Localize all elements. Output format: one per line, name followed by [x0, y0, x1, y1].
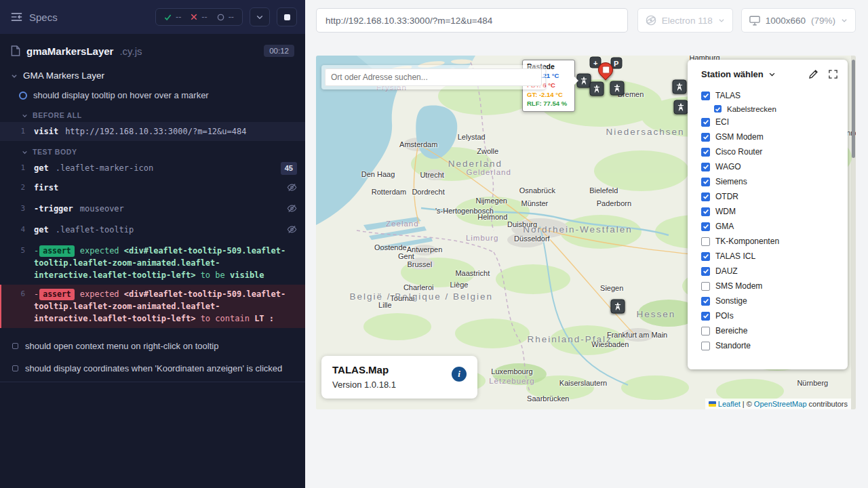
- station-filter-label: TK-Komponenten: [715, 237, 779, 246]
- checkbox-checked[interactable]: [701, 252, 710, 261]
- leaflet-map[interactable]: GroningenFryslânBremenHamburgNiedersachs…: [316, 56, 856, 409]
- command-row[interactable]: 2first: [0, 178, 305, 199]
- checkbox-checked[interactable]: [701, 297, 710, 306]
- checkbox-unchecked[interactable]: [701, 342, 710, 350]
- command-method: get: [34, 163, 49, 173]
- station-filter-item[interactable]: DAUZ: [701, 264, 841, 279]
- specs-menu-icon[interactable]: [11, 12, 22, 22]
- test-body-section[interactable]: TEST BODY: [0, 141, 305, 159]
- command-row[interactable]: 5-assertexpected <div#leaflet-tooltip-50…: [0, 241, 305, 285]
- station-filter-item[interactable]: TK-Komponenten: [701, 234, 841, 249]
- panel-toolbar: [808, 68, 838, 79]
- station-filter-item[interactable]: TALAS: [701, 88, 841, 103]
- checkbox-checked[interactable]: [701, 312, 710, 321]
- checkbox-unchecked[interactable]: [701, 282, 710, 291]
- checkbox-checked[interactable]: [701, 267, 710, 276]
- station-filter-item[interactable]: Kabelstrecken: [714, 103, 841, 115]
- checkbox-checked[interactable]: [701, 118, 710, 127]
- station-marker-icon[interactable]: [589, 82, 604, 96]
- station-filter-item[interactable]: WDM: [701, 204, 841, 219]
- checkbox-checked[interactable]: [701, 92, 710, 100]
- command-row[interactable]: 6-assertexpected <div#leaflet-tooltip-50…: [0, 285, 305, 328]
- station-filter-item[interactable]: OTDR: [701, 189, 841, 204]
- viewport-select[interactable]: 1000x660 (79%): [741, 8, 856, 33]
- station-filter-item[interactable]: GMA: [701, 219, 841, 234]
- attribution-separator: | ©: [743, 400, 752, 408]
- station-marker-icon[interactable]: [576, 73, 591, 87]
- expand-icon[interactable]: [828, 69, 838, 79]
- checkbox-unchecked[interactable]: [701, 327, 710, 336]
- command-row[interactable]: 4get.leaflet-tooltip: [0, 220, 305, 241]
- spec-name[interactable]: gmaMarkersLayer: [26, 45, 113, 57]
- station-filter-item[interactable]: ECI: [701, 115, 841, 129]
- command-row[interactable]: 3-triggermouseover: [0, 199, 305, 220]
- app-scrollbar[interactable]: [851, 56, 856, 409]
- command-method: get: [34, 225, 49, 235]
- suite-row[interactable]: GMA Markers Layer: [0, 65, 305, 86]
- station-filter-item[interactable]: WAGO: [701, 159, 841, 174]
- checkbox-checked[interactable]: [701, 163, 710, 171]
- stop-button[interactable]: [277, 7, 297, 26]
- command-method: first: [34, 183, 58, 192]
- station-filter-item[interactable]: TALAS ICL: [701, 249, 841, 264]
- pending-test-row[interactable]: should open context menu on right-click …: [0, 335, 305, 357]
- station-filter-item[interactable]: Siemens: [701, 174, 841, 189]
- station-marker-icon[interactable]: [672, 80, 686, 94]
- checkbox-unchecked[interactable]: [701, 237, 710, 246]
- checkbox-checked[interactable]: [701, 178, 710, 186]
- station-filter-item[interactable]: SMS Modem: [701, 279, 841, 293]
- leaflet-link[interactable]: Leaflet: [718, 400, 741, 408]
- test-body-label: TEST BODY: [33, 148, 77, 156]
- station-select-label[interactable]: Station wählen: [701, 69, 764, 79]
- map-attribution: Leaflet | © OpenStreetMap contributors: [705, 399, 851, 409]
- command-number: 4: [0, 224, 34, 236]
- station-filter-label: ECI: [715, 117, 729, 127]
- checkbox-checked[interactable]: [701, 192, 710, 201]
- chevron-down-icon[interactable]: [768, 70, 776, 78]
- map-search-input[interactable]: [325, 68, 542, 86]
- url-input[interactable]: [319, 16, 625, 26]
- station-marker-icon[interactable]: [674, 100, 688, 115]
- command-number: 3: [0, 203, 34, 215]
- before-all-section[interactable]: BEFORE ALL: [0, 104, 305, 122]
- station-filter-item[interactable]: Bereiche: [701, 323, 841, 338]
- invisible-element-icon: [287, 224, 297, 238]
- checkbox-checked[interactable]: [714, 105, 722, 113]
- openstreetmap-link[interactable]: OpenStreetMap: [754, 400, 807, 408]
- edit-pencil-icon[interactable]: [808, 68, 819, 79]
- info-icon[interactable]: i: [452, 367, 467, 382]
- pending-test-row[interactable]: should display coordinates when 'Koordin…: [0, 357, 305, 382]
- active-test-row[interactable]: should display tooltip on hover over a m…: [0, 86, 305, 104]
- specs-label[interactable]: Specs: [29, 12, 58, 23]
- station-filter-label: Sonstige: [715, 296, 747, 306]
- command-row[interactable]: 1get.leaflet-marker-icon45: [0, 159, 305, 178]
- station-marker-icon[interactable]: [610, 300, 625, 314]
- pending-icon: [217, 14, 224, 21]
- station-marker-icon[interactable]: [610, 81, 625, 96]
- browser-select[interactable]: Electron 118: [637, 8, 733, 33]
- chevron-down-icon: [841, 17, 848, 24]
- command-row[interactable]: 1visithttp://192.168.10.33:3000/?m=12&u=…: [0, 122, 305, 141]
- checkbox-checked[interactable]: [701, 222, 710, 231]
- pending-test-title: should open context menu on right-click …: [25, 341, 218, 351]
- ukraine-flag-icon: [709, 401, 716, 407]
- station-filter-label: GSM Modem: [715, 132, 764, 142]
- station-filter-item[interactable]: GSM Modem: [701, 129, 841, 144]
- element-count-badge: 45: [281, 162, 297, 175]
- station-filter-item[interactable]: Cisco Router: [701, 144, 841, 159]
- station-filter-item[interactable]: Sonstige: [701, 293, 841, 308]
- collapse-preview-button[interactable]: [250, 7, 270, 26]
- station-filter-label: Kabelstrecken: [727, 105, 776, 113]
- invisible-element-icon: [287, 182, 297, 196]
- checkbox-checked[interactable]: [701, 133, 710, 142]
- app-preview-pane: Electron 118 1000x660 (79%): [305, 0, 868, 488]
- viewport-icon: [749, 16, 760, 26]
- station-filter-item[interactable]: Standorte: [701, 338, 841, 353]
- selected-marker-pin[interactable]: [598, 62, 614, 80]
- running-test-icon: [19, 92, 27, 100]
- checkbox-checked[interactable]: [701, 207, 710, 216]
- scrollbar-thumb[interactable]: [852, 60, 855, 158]
- checkbox-checked[interactable]: [701, 148, 710, 157]
- station-filter-item[interactable]: POIs: [701, 308, 841, 323]
- app-title: TALAS.Map: [332, 364, 467, 375]
